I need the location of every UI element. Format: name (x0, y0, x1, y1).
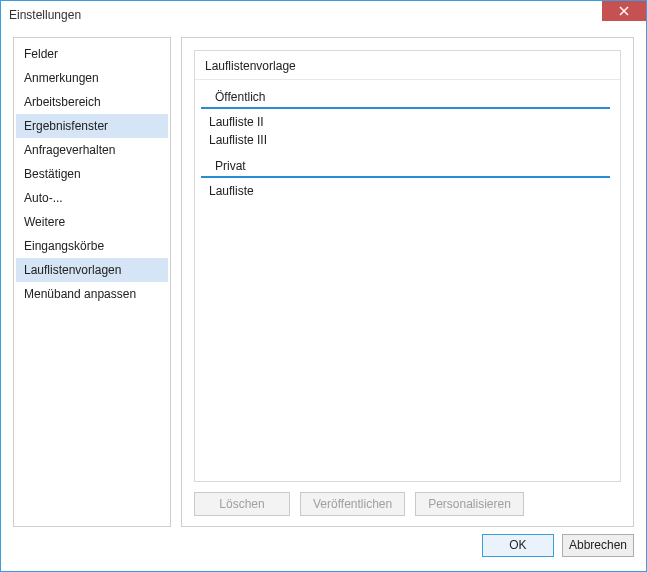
template-listbox: Lauflistenvorlage Öffentlich Laufliste I… (194, 50, 621, 482)
sidebar-item-lauflistenvorlagen[interactable]: Lauflistenvorlagen (16, 258, 168, 282)
delete-button[interactable]: Löschen (194, 492, 290, 516)
sidebar-item-label: Menüband anpassen (24, 287, 136, 301)
sidebar-item-label: Eingangskörbe (24, 239, 104, 253)
sidebar-item-ergebnisfenster[interactable]: Ergebnisfenster (16, 114, 168, 138)
sidebar-item-label: Bestätigen (24, 167, 81, 181)
sidebar-item-auto[interactable]: Auto-... (16, 186, 168, 210)
list-item[interactable]: Laufliste II (195, 113, 620, 131)
list-column-header: Lauflistenvorlage (195, 55, 620, 80)
sidebar-item-label: Ergebnisfenster (24, 119, 108, 133)
section-header-private: Privat (201, 153, 610, 178)
window-title: Einstellungen (9, 8, 602, 22)
sidebar-item-anfrageverhalten[interactable]: Anfrageverhalten (16, 138, 168, 162)
sidebar-item-label: Auto-... (24, 191, 63, 205)
sidebar-item-eingangskoerbe[interactable]: Eingangskörbe (16, 234, 168, 258)
sidebar-item-label: Lauflistenvorlagen (24, 263, 121, 277)
sidebar-item-label: Arbeitsbereich (24, 95, 101, 109)
list-item[interactable]: Laufliste (195, 182, 620, 200)
dialog-body: Felder Anmerkungen Arbeitsbereich Ergebn… (1, 29, 646, 527)
close-button[interactable] (602, 1, 646, 21)
sidebar-item-arbeitsbereich[interactable]: Arbeitsbereich (16, 90, 168, 114)
sidebar-item-label: Anmerkungen (24, 71, 99, 85)
list-item[interactable]: Laufliste III (195, 131, 620, 149)
dialog-footer: OK Abbrechen (1, 527, 646, 571)
sidebar-item-anmerkungen[interactable]: Anmerkungen (16, 66, 168, 90)
cancel-button[interactable]: Abbrechen (562, 534, 634, 557)
personalize-button[interactable]: Personalisieren (415, 492, 524, 516)
sidebar-item-bestaetigen[interactable]: Bestätigen (16, 162, 168, 186)
section-header-public: Öffentlich (201, 84, 610, 109)
sidebar-item-felder[interactable]: Felder (16, 42, 168, 66)
action-row: Löschen Veröffentlichen Personalisieren (194, 482, 621, 516)
sidebar-item-menueband-anpassen[interactable]: Menüband anpassen (16, 282, 168, 306)
sidebar-item-label: Weitere (24, 215, 65, 229)
sidebar-item-label: Felder (24, 47, 58, 61)
settings-window: Einstellungen Felder Anmerkungen Arbeits… (0, 0, 647, 572)
sidebar-item-label: Anfrageverhalten (24, 143, 115, 157)
close-icon (619, 6, 629, 16)
main-panel: Lauflistenvorlage Öffentlich Laufliste I… (181, 37, 634, 527)
publish-button[interactable]: Veröffentlichen (300, 492, 405, 516)
titlebar: Einstellungen (1, 1, 646, 29)
ok-button[interactable]: OK (482, 534, 554, 557)
sidebar-item-weitere[interactable]: Weitere (16, 210, 168, 234)
category-sidebar: Felder Anmerkungen Arbeitsbereich Ergebn… (13, 37, 171, 527)
